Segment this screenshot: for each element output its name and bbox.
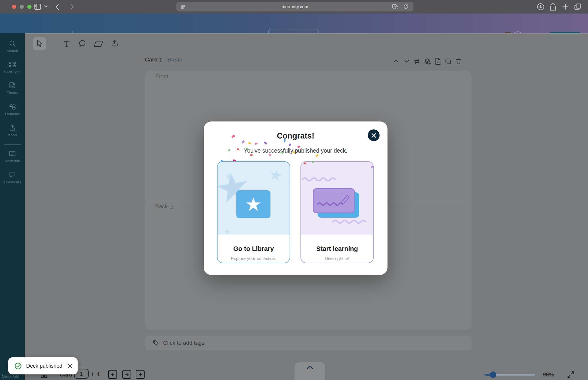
address-bar[interactable]: mermory.com A (176, 2, 413, 11)
card-counter-separator: / (92, 371, 93, 378)
copy-side-icon[interactable] (168, 204, 173, 209)
window-close-button[interactable] (12, 5, 16, 9)
congrats-modal: Congrats! You've successfully published … (204, 121, 387, 275)
flip-sides-icon[interactable] (413, 58, 420, 65)
downloads-icon[interactable] (537, 3, 544, 11)
wave-decoration (332, 218, 370, 224)
upload-tool-icon[interactable] (111, 39, 119, 47)
screen: mermory.com A mermory (0, 0, 588, 380)
comments-icon (9, 171, 16, 179)
front-placeholder[interactable]: Front (155, 73, 168, 80)
elements-icon (9, 103, 16, 110)
text-tool-icon[interactable]: T (64, 39, 69, 49)
delete-card-icon[interactable] (455, 58, 462, 65)
browser-chrome: mermory.com A (0, 0, 588, 14)
go-to-library-subtitle: Explore your collection. (218, 256, 290, 261)
sidebar-item-media[interactable]: Media (0, 124, 25, 137)
layers-add-icon[interactable] (424, 58, 431, 65)
svg-text:A: A (393, 5, 395, 8)
sidebar-item-theme[interactable]: Theme (0, 81, 25, 94)
total-cards: 1 (97, 371, 100, 378)
window-zoom-button[interactable] (27, 5, 31, 9)
plus-icon (138, 372, 143, 377)
media-icon (9, 124, 16, 131)
tab-overview-icon[interactable] (574, 3, 582, 11)
translate-icon[interactable]: A (392, 4, 398, 9)
reload-icon[interactable] (403, 4, 409, 9)
sidebar-toggle-icon[interactable] (34, 4, 41, 10)
shape-tool-icon[interactable] (93, 41, 103, 47)
card-type-label[interactable]: - Basic (164, 56, 182, 63)
sidebar: Search Card Type Theme Elements Media De… (0, 33, 25, 380)
arrow-left-icon (110, 372, 115, 377)
deck-info-icon (9, 150, 16, 157)
back-label[interactable]: Back (155, 203, 168, 210)
zoom-slider-thumb[interactable] (490, 371, 496, 378)
confetti (250, 154, 253, 156)
card-title: Card 1 (145, 56, 162, 63)
next-card-button[interactable] (122, 370, 131, 379)
star-decoration: ★ (224, 228, 230, 235)
previous-card-button[interactable] (108, 370, 117, 379)
start-learning-title: Start learning (301, 245, 373, 253)
add-card-button[interactable] (136, 370, 145, 379)
sidebar-item-card-type[interactable]: Card Type (0, 61, 25, 74)
tags-placeholder: Click to add tags (163, 340, 204, 346)
toast-deck-published: Deck published (8, 357, 78, 374)
zoom-level: 96% (543, 371, 554, 378)
library-illustration: ★ ★ ★ ★ ★ ★ (218, 162, 290, 235)
star-decoration: ★ (288, 180, 290, 186)
duplicate-card-icon[interactable] (445, 58, 452, 65)
sidebar-item-elements[interactable]: Elements (0, 103, 25, 116)
bottom-drawer-handle[interactable] (295, 362, 325, 380)
window-minimize-button[interactable] (20, 5, 24, 9)
reader-view-icon[interactable] (181, 4, 186, 9)
sidebar-item-deck-info[interactable]: Deck Info (0, 150, 25, 163)
card-type-icon (9, 61, 16, 68)
current-card-number: 1 (80, 371, 83, 377)
theme-icon (9, 81, 16, 89)
wave-decoration (302, 176, 340, 182)
sidebar-chevron-icon[interactable] (44, 5, 48, 8)
browser-back-icon[interactable] (55, 4, 59, 10)
pencil-icon (341, 193, 351, 204)
search-icon (9, 40, 16, 47)
learning-illustration (301, 162, 373, 235)
url-text: mermory.com (282, 4, 308, 9)
move-card-up-icon[interactable] (393, 58, 399, 64)
card-title-row: Card 1 - Basic (145, 56, 182, 63)
star-decoration: ★ (225, 172, 233, 181)
sidebar-divider (4, 144, 21, 145)
library-star-tile: ★ (236, 190, 270, 218)
cursor-icon[interactable] (36, 39, 44, 48)
sidebar-item-search[interactable]: Search (0, 40, 25, 53)
star-decoration: ★ (267, 166, 285, 184)
chevron-up-icon (306, 365, 313, 369)
toast-message: Deck published (26, 363, 62, 369)
start-learning-subtitle: Dive right in! (301, 256, 373, 261)
fullscreen-icon[interactable] (567, 371, 575, 379)
check-circle-icon (14, 362, 22, 370)
add-card-icon[interactable] (435, 58, 441, 65)
start-learning-card[interactable]: Start learning Dive right in! (300, 161, 374, 263)
app-header: mermory New Deck + Publish (0, 14, 588, 33)
scribble-line (317, 201, 344, 206)
speech-bubble-tool-icon[interactable] (78, 39, 86, 48)
star-icon: ★ (245, 195, 262, 214)
quick-add-label[interactable]: Quick Add (2, 374, 25, 379)
sidebar-item-comments[interactable]: Comments (0, 171, 25, 184)
card-front-illustration (313, 188, 355, 213)
new-tab-icon[interactable] (562, 4, 569, 10)
move-card-down-icon[interactable] (403, 58, 410, 64)
toast-close-icon[interactable] (68, 364, 72, 368)
browser-forward-icon[interactable] (70, 4, 74, 10)
go-to-library-card[interactable]: ★ ★ ★ ★ ★ ★ Go to Library Explore your c… (217, 161, 290, 263)
go-to-library-title: Go to Library (218, 245, 290, 253)
modal-subtitle: You've successfully published your deck. (204, 147, 387, 154)
tag-icon (153, 340, 159, 346)
tags-bar[interactable]: Click to add tags (145, 336, 472, 350)
arrow-right-icon (124, 372, 129, 377)
share-icon[interactable] (549, 2, 557, 11)
